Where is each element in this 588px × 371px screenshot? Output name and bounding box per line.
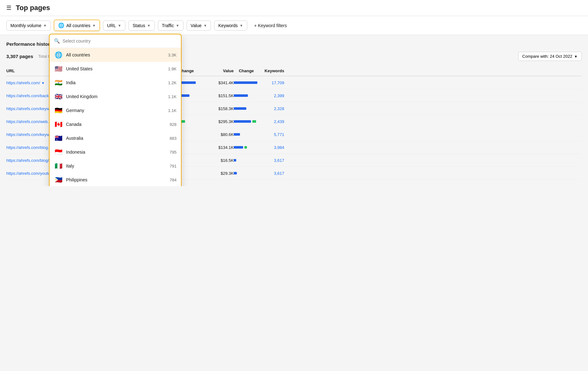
row-keywords: 3,617 xyxy=(259,171,284,176)
row-keywords: 2,439 xyxy=(259,119,284,124)
keywords-count[interactable]: 2,328 xyxy=(274,106,284,111)
url-link[interactable]: https://ahrefs.com/keyw... xyxy=(6,132,53,137)
row-value-change-bar xyxy=(234,120,259,123)
status-button[interactable]: Status ▼ xyxy=(129,21,155,31)
url-button[interactable]: URL ▼ xyxy=(103,21,125,31)
country-flag-icon: 🇦🇺 xyxy=(54,134,63,142)
value-bar-blue xyxy=(234,133,240,136)
url-link[interactable]: https://ahrefs.com/keyw... xyxy=(6,106,53,111)
country-item[interactable]: 🇵🇭 Philippines 784 xyxy=(50,173,181,186)
country-item[interactable]: 🇮🇹 Italy 791 xyxy=(50,159,181,173)
country-item[interactable]: 🇮🇩 Indonesia 795 xyxy=(50,145,181,159)
row-value: $158.3K xyxy=(202,106,234,111)
keywords-count[interactable]: 5,771 xyxy=(274,132,284,137)
value-label: Value xyxy=(191,23,202,28)
all-countries-label: All countries xyxy=(66,23,90,28)
value-bar-wrap xyxy=(234,120,259,123)
value-amount: $341.4K xyxy=(219,80,234,85)
country-item[interactable]: 🇺🇸 United States 1.9K xyxy=(50,62,181,76)
compare-button[interactable]: Compare with: 24 Oct 2022 ▼ xyxy=(518,52,582,61)
country-list: 🌐 All countries 3.3K 🇺🇸 United States 1.… xyxy=(50,48,181,186)
value-button[interactable]: Value ▼ xyxy=(187,21,211,31)
country-item[interactable]: 🇩🇪 Germany 1.1K xyxy=(50,103,181,117)
value-bar-wrap xyxy=(234,94,259,97)
value-bar-wrap xyxy=(234,159,259,162)
country-item[interactable]: 🇨🇦 Canada 928 xyxy=(50,117,181,131)
monthly-volume-label: Monthly volume xyxy=(10,23,41,28)
row-keywords: 17,709 xyxy=(259,80,284,85)
country-name: Indonesia xyxy=(66,150,166,155)
keywords-count[interactable]: 3,984 xyxy=(274,145,284,150)
value-bar-wrap xyxy=(234,81,259,84)
row-keywords: 3,984 xyxy=(259,145,284,150)
country-flag-icon: 🇵🇭 xyxy=(54,176,63,184)
row-value-change-bar xyxy=(234,146,259,149)
chevron-down-icon: ▼ xyxy=(92,24,96,27)
search-icon: 🔍 xyxy=(54,38,60,44)
app-header: ☰ Top pages xyxy=(0,0,588,16)
page-title: Top pages xyxy=(16,4,50,12)
country-count: 928 xyxy=(170,122,177,127)
row-value: $16.5K xyxy=(202,158,234,163)
value-bar-wrap xyxy=(234,172,259,174)
expand-icon[interactable]: ▼ xyxy=(41,81,45,85)
url-label: URL xyxy=(107,23,116,28)
country-search-input[interactable] xyxy=(63,38,177,44)
keywords-count[interactable]: 17,709 xyxy=(272,80,284,85)
value-bar-blue xyxy=(234,120,251,123)
country-item[interactable]: 🇬🇧 United Kingdom 1.1K xyxy=(50,90,181,103)
country-item[interactable]: 🇮🇳 India 1.2K xyxy=(50,76,181,90)
row-value-change-bar xyxy=(234,81,259,84)
country-name: United Kingdom xyxy=(66,94,165,99)
value-bar-blue xyxy=(234,94,248,97)
row-value-change-bar xyxy=(234,159,259,162)
monthly-volume-button[interactable]: Monthly volume ▼ xyxy=(6,21,51,31)
value-amount: $158.3K xyxy=(219,106,234,111)
keyword-filters-button[interactable]: + Keyword filters xyxy=(250,21,291,30)
country-item[interactable]: 🇦🇺 Australia 883 xyxy=(50,131,181,145)
row-value: $295.3K xyxy=(202,119,234,124)
country-name: Australia xyxy=(66,136,166,141)
url-link[interactable]: https://ahrefs.com/ xyxy=(6,80,40,85)
col-header-vchange: Change xyxy=(234,68,259,73)
country-item[interactable]: 🌐 All countries 3.3K xyxy=(50,48,181,62)
row-value: $341.4K xyxy=(202,80,234,85)
row-value: $80.6K xyxy=(202,132,234,137)
status-label: Status xyxy=(133,23,145,28)
pages-count: 3,307 pages xyxy=(6,54,33,59)
row-value-change-bar xyxy=(234,172,259,174)
traffic-label: Traffic xyxy=(162,23,174,28)
chevron-down-icon: ▼ xyxy=(203,24,207,27)
country-search-box: 🔍 xyxy=(50,34,181,48)
country-flag-icon: 🇩🇪 xyxy=(54,107,63,114)
url-link[interactable]: https://ahrefs.com/web... xyxy=(6,119,51,124)
row-value: $29.3K xyxy=(202,171,234,176)
keywords-count[interactable]: 3,617 xyxy=(274,158,284,163)
chevron-down-icon: ▼ xyxy=(43,24,47,27)
traffic-button[interactable]: Traffic ▼ xyxy=(158,21,183,31)
country-name: Germany xyxy=(66,108,165,113)
country-flag-icon: 🇮🇹 xyxy=(54,162,63,170)
keywords-label: Keywords xyxy=(218,23,237,28)
value-amount: $80.6K xyxy=(221,132,234,137)
keywords-button[interactable]: Keywords ▼ xyxy=(214,21,247,31)
chevron-down-icon: ▼ xyxy=(240,24,243,27)
hamburger-icon[interactable]: ☰ xyxy=(6,4,11,11)
all-countries-button[interactable]: 🌐 All countries ▼ xyxy=(54,20,100,31)
globe-icon: 🌐 xyxy=(58,22,64,28)
url-link[interactable]: https://ahrefs.com/blog... xyxy=(6,145,51,150)
keywords-count[interactable]: 2,399 xyxy=(274,93,284,98)
keyword-filters-label: + Keyword filters xyxy=(254,23,287,28)
country-name: India xyxy=(66,80,165,85)
keywords-count[interactable]: 3,617 xyxy=(274,171,284,176)
country-flag-icon: 🇺🇸 xyxy=(54,65,63,73)
country-count: 1.1K xyxy=(168,108,177,113)
chevron-down-icon: ▼ xyxy=(574,55,578,58)
value-bar-blue xyxy=(234,172,237,174)
country-flag-icon: 🌐 xyxy=(54,51,63,59)
row-keywords: 2,328 xyxy=(259,106,284,111)
url-link[interactable]: https://ahrefs.com/back... xyxy=(6,93,52,98)
keywords-count[interactable]: 2,439 xyxy=(274,119,284,124)
compare-label: Compare with: 24 Oct 2022 xyxy=(522,54,572,59)
row-value: $134.1K xyxy=(202,145,234,150)
